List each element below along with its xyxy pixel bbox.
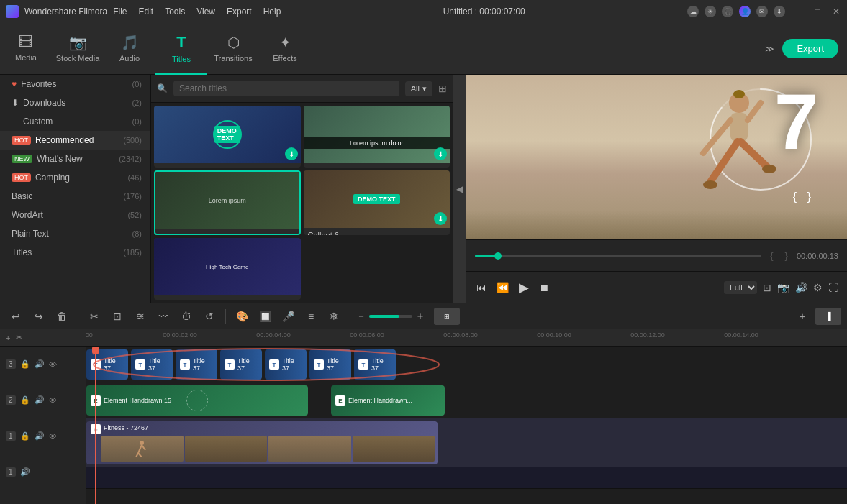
avatar-icon[interactable]: 👤 [739, 6, 751, 17]
video-clip-1[interactable]: ▶ Fitness - 72467 [86, 421, 438, 464]
title-clip-3[interactable]: T Title 37 [176, 349, 217, 380]
go-to-start-button[interactable]: ⏮ [475, 280, 488, 295]
toolbar-media[interactable]: 🎞 Media [0, 23, 52, 75]
panel-collapse-button[interactable]: ◀ [453, 75, 466, 303]
settings-icon[interactable]: ⚙ [813, 282, 823, 293]
waveform-button[interactable]: 〰 [153, 306, 173, 326]
sidebar-item-recommended[interactable]: HOT Recommended (500) [0, 131, 150, 150]
toolbar-titles[interactable]: T Titles [155, 23, 207, 75]
title-card-subtitle5[interactable]: Lorem ipsum dolor ⬇ Subtitle 5 [304, 106, 450, 168]
sidebar-item-whats-new[interactable]: NEW What's New (2342) [0, 150, 150, 168]
menu-bar[interactable]: File Edit Tools View Export Help [113, 6, 281, 17]
freeze-button[interactable]: ❄ [324, 306, 344, 326]
audio-detach-button[interactable]: ≡ [301, 306, 321, 326]
close-button[interactable]: ✕ [831, 6, 841, 17]
redo-button[interactable]: ↪ [29, 306, 49, 326]
export-button[interactable]: Export [782, 39, 838, 58]
in-point-bracket[interactable]: { [793, 191, 797, 203]
voice-button[interactable]: 🎤 [278, 306, 298, 326]
color-button[interactable]: 🎨 [232, 306, 252, 326]
title-card-callout6[interactable]: DEMO TEXT ⬇ Callout 6 [304, 170, 450, 235]
sun-icon[interactable]: ☀ [705, 6, 716, 17]
toolbar-stock-media[interactable]: 📷 Stock Media [52, 23, 104, 75]
sidebar-item-downloads[interactable]: ⬇ Downloads (2) [0, 93, 150, 112]
zoom-slider[interactable] [369, 315, 412, 318]
stabilize-button[interactable]: 🔲 [255, 306, 275, 326]
callout5-download-icon[interactable]: ⬇ [285, 147, 298, 160]
sidebar-item-plain-text[interactable]: Plain Text (8) [0, 224, 150, 243]
headphones-icon[interactable]: 🎧 [722, 6, 733, 17]
preview-progress-bar[interactable] [475, 255, 761, 257]
toolbar-expand-button[interactable]: ≫ [756, 36, 782, 62]
undo-button[interactable]: ↩ [6, 306, 26, 326]
title-card-gaming[interactable]: High Tech Game High Tech Game [154, 238, 301, 300]
stop-button[interactable]: ⏹ [538, 280, 551, 295]
grid-view-icon[interactable]: ⊞ [438, 83, 447, 94]
menu-file[interactable]: File [113, 6, 127, 17]
subtitle5-download-icon[interactable]: ⬇ [434, 147, 447, 160]
mail-icon[interactable]: ✉ [756, 6, 768, 17]
menu-export[interactable]: Export [227, 6, 252, 17]
menu-help[interactable]: Help [263, 6, 281, 17]
sidebar-item-favorites[interactable]: ♥ Favorites (0) [0, 75, 150, 93]
title-clip-2[interactable]: T Title 37 [131, 349, 173, 380]
track-lock-icon[interactable]: 🔒 [20, 359, 30, 369]
minimize-button[interactable]: — [794, 6, 804, 17]
zoom-out-button[interactable]: － [356, 310, 366, 323]
split-audio-button[interactable]: ≋ [130, 306, 150, 326]
title-clip-4[interactable]: T Title 37 [220, 349, 262, 380]
title-clip-label-5: Title 37 [282, 357, 302, 372]
sidebar-item-basic[interactable]: Basic (176) [0, 187, 150, 206]
play-button[interactable]: ▶ [517, 278, 530, 297]
track-eye-icon-3[interactable]: 👁 [49, 360, 57, 369]
sidebar-item-camping[interactable]: HOT Camping (46) [0, 168, 150, 187]
menu-tools[interactable]: Tools [165, 6, 185, 17]
track-eye-icon-1[interactable]: 👁 [49, 432, 57, 441]
volume-icon[interactable]: 🔊 [795, 282, 807, 293]
toolbar-audio[interactable]: 🎵 Audio [104, 23, 155, 75]
step-back-button[interactable]: ⏪ [495, 280, 510, 295]
search-input[interactable] [173, 81, 399, 96]
sidebar-item-wordart[interactable]: WordArt (52) [0, 206, 150, 224]
track-lock-icon-1[interactable]: 🔒 [20, 431, 30, 441]
element-clip-2[interactable]: E Element Handdrawn... [331, 385, 445, 416]
fullscreen-icon[interactable]: ⛶ [828, 282, 838, 293]
progress-thumb[interactable] [494, 252, 502, 260]
add-track-button[interactable]: + [792, 306, 812, 326]
title-clip-5[interactable]: T Title 37 [265, 349, 307, 380]
callout6-download-icon[interactable]: ⬇ [434, 212, 447, 225]
title-card-title37[interactable]: Lorem ipsum Title 37 [154, 170, 301, 235]
crop-button[interactable]: ⊡ [107, 306, 127, 326]
track-audio-icon-1[interactable]: 🔊 [35, 431, 45, 441]
zoom-in-button[interactable]: ＋ [415, 310, 425, 323]
speed-button[interactable]: ⏱ [176, 306, 196, 326]
element-clip-1[interactable]: E Element Handdrawn 15 [86, 385, 308, 416]
track-lock-icon-2[interactable]: 🔒 [20, 395, 30, 405]
track-audio-vol[interactable]: 🔊 [20, 467, 30, 477]
out-point-bracket[interactable]: } [807, 191, 811, 203]
title-card-callout5[interactable]: DEMO TEXT ⬇ Callout 5 [154, 106, 301, 168]
title-clip-6[interactable]: T Title 37 [309, 349, 351, 380]
toolbar-transitions[interactable]: ⬡ Transitions [207, 23, 259, 75]
sidebar-item-custom[interactable]: Custom (0) [0, 112, 150, 131]
track-audio-icon-2[interactable]: 🔊 [35, 395, 45, 405]
filter-dropdown[interactable]: All ▾ [405, 81, 432, 96]
screenshot-icon[interactable]: 📷 [777, 282, 789, 293]
menu-view[interactable]: View [196, 6, 215, 17]
cloud-icon[interactable]: ☁ [687, 6, 699, 17]
quality-selector[interactable]: Full 1/2 1/4 [724, 281, 757, 294]
track-eye-icon-2[interactable]: 👁 [49, 396, 57, 405]
track-audio-icon-3[interactable]: 🔊 [35, 359, 45, 369]
title-clip-7[interactable]: T Title 37 [354, 349, 396, 380]
add-track-icon[interactable]: + [6, 334, 10, 342]
menu-edit[interactable]: Edit [139, 6, 154, 17]
reverse-button[interactable]: ↺ [199, 306, 219, 326]
sidebar-item-titles[interactable]: Titles (185) [0, 243, 150, 262]
scissors-icon[interactable]: ✂ [16, 333, 22, 342]
cut-button[interactable]: ✂ [84, 306, 104, 326]
toolbar-effects[interactable]: ✦ Effects [259, 23, 311, 75]
pip-icon[interactable]: ⊡ [763, 282, 771, 293]
maximize-button[interactable]: □ [812, 6, 823, 17]
delete-button[interactable]: 🗑 [52, 306, 72, 326]
download-icon[interactable]: ⬇ [774, 6, 785, 17]
